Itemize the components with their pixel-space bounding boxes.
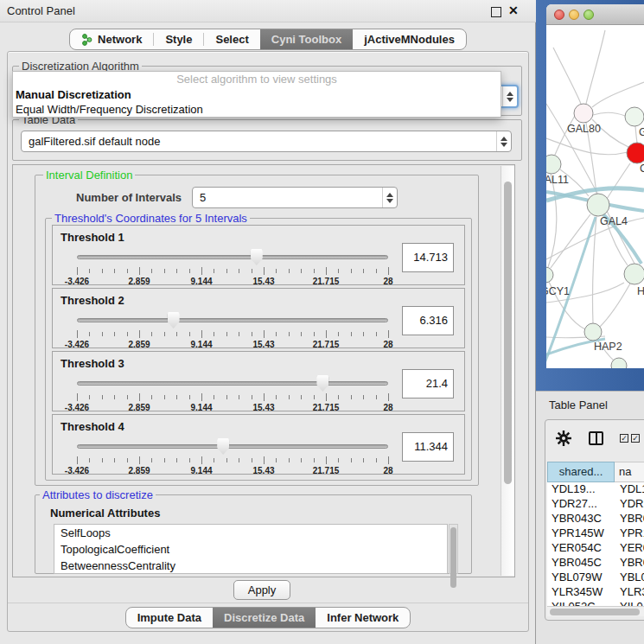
threshold-slider[interactable]: -3.4262.8599.14415.4321.71528	[77, 248, 388, 284]
combo-stepper-icon[interactable]	[382, 188, 397, 207]
network-node-selected-node[interactable]	[627, 143, 644, 163]
network-edge[interactable]	[593, 112, 625, 116]
threshold-value-field[interactable]: 21.4	[402, 369, 454, 399]
threshold-value-field[interactable]: 11.344	[402, 432, 454, 462]
slider-tick-labels: -3.4262.8599.14415.4321.71528	[77, 340, 388, 350]
attribute-list-item[interactable]: TopologicalCoefficient	[54, 541, 447, 558]
tick-mark	[114, 458, 115, 462]
slider-thumb[interactable]	[316, 375, 328, 392]
threshold-slider[interactable]: -3.4262.8599.14415.4321.71528	[77, 437, 388, 474]
scrollbar-thumb[interactable]	[550, 609, 640, 615]
tick-mark	[127, 269, 128, 273]
attributes-scrollbar[interactable]	[449, 524, 458, 574]
threshold-list: Threshold 1-3.4262.8599.14415.4321.71528…	[52, 225, 465, 477]
float-window-icon[interactable]	[491, 7, 501, 17]
tab-select[interactable]: Select	[204, 29, 259, 49]
checkbox-icon[interactable]: ✓	[620, 434, 628, 443]
table-row[interactable]: YBR043CYBR0	[547, 512, 644, 526]
network-edge[interactable]	[586, 30, 605, 104]
table-row[interactable]: YPR145WYPR1	[547, 526, 644, 541]
table-row[interactable]: YIL052CYIL0	[547, 600, 644, 606]
network-edge[interactable]	[553, 48, 581, 104]
network-node-GCY1[interactable]	[546, 267, 553, 283]
tab-jactivemnodules[interactable]: jActiveMNodules	[353, 29, 466, 49]
network-node-GAL4[interactable]	[587, 194, 609, 216]
threshold-label: Threshold 4	[61, 420, 124, 433]
table-panel: ✓ ✓ shared... na YDL19...YDL1YDR27...YDR…	[545, 419, 644, 621]
network-node-HAP2[interactable]	[584, 323, 602, 341]
threshold-value-field[interactable]: 14.713	[402, 243, 454, 272]
vertical-scrollbar[interactable]	[501, 166, 514, 576]
panel-title: Control Panel	[7, 4, 75, 17]
slider-thumb[interactable]	[168, 312, 180, 328]
checkbox-icon[interactable]: ✓	[631, 434, 640, 443]
dropdown-option-manual[interactable]: Manual Discretization	[13, 87, 501, 102]
table-row[interactable]: YBL079WYBL0	[547, 571, 644, 585]
table-row[interactable]: YDR27...YDR2	[547, 497, 644, 512]
network-window-frame: GAL80GACGAL11GAL4GCY1HHAP2	[536, 0, 644, 391]
tab-infer-network[interactable]: Infer Network	[316, 608, 410, 628]
slider-track[interactable]	[77, 444, 388, 449]
slider-thumb[interactable]	[251, 249, 263, 265]
combo-stepper-icon[interactable]	[502, 86, 517, 106]
network-node-GAL80[interactable]	[574, 104, 593, 123]
scrollbar-thumb[interactable]	[450, 527, 456, 588]
slider-tick-labels: -3.4262.8599.14415.4321.71528	[77, 277, 388, 287]
network-edge[interactable]	[593, 216, 597, 323]
scrollbar-thumb[interactable]	[504, 182, 512, 484]
split-view-icon[interactable]	[589, 431, 603, 445]
gear-icon[interactable]	[556, 430, 571, 446]
threshold-slider[interactable]: -3.4262.8599.14415.4321.71528	[77, 374, 388, 411]
table-row[interactable]: YLR345WYLR3	[547, 585, 644, 600]
tick-label: 9.144	[190, 340, 212, 349]
column-header-shared-name[interactable]: shared...	[547, 462, 615, 482]
minimize-traffic-light-icon[interactable]	[569, 10, 579, 20]
tab-network[interactable]: Network	[70, 29, 153, 49]
tick-label: 28	[383, 340, 392, 349]
tab-impute-data[interactable]: Impute Data	[126, 608, 213, 628]
attribute-list-item[interactable]: SelfLoops	[54, 525, 447, 541]
tick-mark	[114, 269, 115, 273]
network-node-node-right-top[interactable]	[625, 107, 644, 126]
close-traffic-light-icon[interactable]	[554, 10, 564, 20]
cell-name: YLR3	[615, 585, 644, 600]
network-edge[interactable]	[600, 284, 630, 327]
network-edge[interactable]	[607, 163, 630, 199]
network-node-node-bottom-partial[interactable]	[611, 358, 627, 368]
combo-stepper-icon[interactable]	[496, 131, 511, 151]
slider-thumb[interactable]	[217, 438, 229, 455]
threshold-panel: Threshold 1-3.4262.8599.14415.4321.71528…	[52, 225, 465, 285]
table-row[interactable]: YDL19...YDL1	[547, 482, 644, 497]
tab-discretize-data[interactable]: Discretize Data	[213, 608, 316, 628]
close-icon[interactable]: ✕	[508, 3, 519, 17]
tick-mark	[214, 458, 214, 462]
number-of-intervals-combobox[interactable]: 5	[192, 187, 398, 208]
network-edge[interactable]	[592, 82, 644, 107]
network-node-node-right-mid[interactable]	[624, 264, 644, 284]
zoom-traffic-light-icon[interactable]	[583, 10, 594, 20]
network-node-GAL11[interactable]	[546, 155, 561, 174]
slider-track[interactable]	[77, 381, 388, 386]
network-graph-canvas[interactable]: GAL80GACGAL11GAL4GCY1HHAP2	[546, 25, 644, 368]
threshold-slider[interactable]: -3.4262.8599.14415.4321.71528	[77, 311, 388, 348]
table-data-combobox[interactable]: galFiltered.sif default node	[21, 131, 512, 152]
table-row[interactable]: YER054CYER0	[547, 541, 644, 556]
network-edge[interactable]	[548, 174, 557, 267]
threshold-value-field[interactable]: 6.316	[402, 306, 454, 335]
attribute-list-item[interactable]: BetweennessCentrality	[54, 558, 447, 574]
column-header-name[interactable]: na	[615, 462, 644, 482]
slider-track[interactable]	[77, 255, 388, 259]
tick-mark	[139, 267, 140, 275]
numerical-attributes-list[interactable]: SelfLoopsTopologicalCoefficientBetweenne…	[54, 524, 448, 574]
tick-mark	[201, 330, 202, 338]
tick-mark	[214, 269, 214, 273]
tab-label: Cyni Toolbox	[271, 33, 341, 46]
table-row[interactable]: YBR045CYBR0	[547, 556, 644, 571]
horizontal-scrollbar[interactable]	[547, 606, 644, 616]
tab-style[interactable]: Style	[154, 29, 203, 49]
network-edge[interactable]	[635, 126, 637, 143]
tab-cyni-toolbox[interactable]: Cyni Toolbox	[260, 29, 353, 49]
apply-button[interactable]: Apply	[233, 580, 290, 600]
slider-track[interactable]	[77, 318, 388, 322]
dropdown-option-equal-width[interactable]: Equal Width/Frequency Discretization	[13, 102, 501, 117]
